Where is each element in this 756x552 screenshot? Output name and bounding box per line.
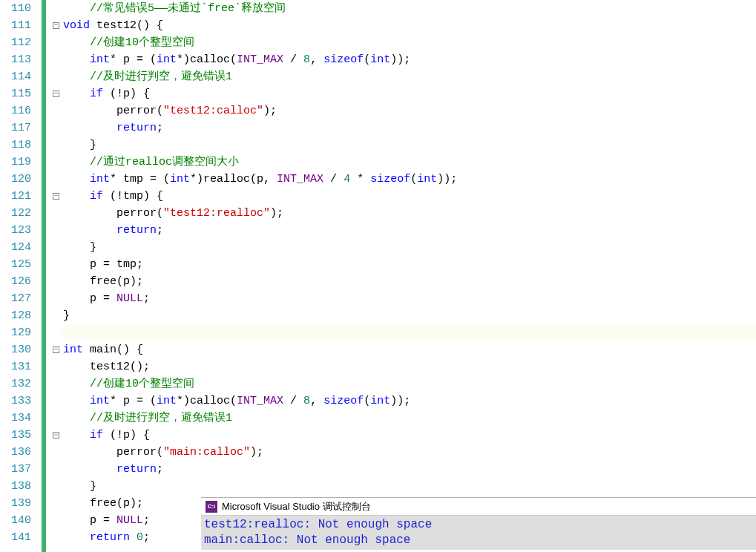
code-line[interactable]: perror("test12:realloc"); <box>62 205 756 222</box>
code-line[interactable]: } <box>62 137 756 154</box>
token-num: 4 <box>344 173 350 185</box>
token-kw: return <box>116 122 157 134</box>
line-number: 118 <box>0 137 31 154</box>
code-area[interactable]: //常见错误5——未通过`free`释放空间void test12() { //… <box>62 0 756 552</box>
code-line[interactable]: return; <box>62 222 756 239</box>
code-line[interactable]: return; <box>62 119 756 137</box>
token-p: ( <box>410 173 417 185</box>
code-line[interactable]: int* p = (int*)calloc(INT_MAX / 8, sizeo… <box>62 51 756 68</box>
code-line[interactable] <box>62 324 756 341</box>
token-kw: sizeof <box>323 53 364 66</box>
code-line[interactable]: //创建10个整型空间 <box>62 34 756 51</box>
token-p: p = tmp; <box>63 258 143 271</box>
token-p <box>63 53 90 66</box>
code-line[interactable]: } <box>62 478 756 495</box>
token-p: test12(); <box>63 361 150 373</box>
spacer-bar <box>46 0 51 552</box>
token-cmt: //及时进行判空，避免错误1 <box>90 70 232 83</box>
fold-toggle-icon[interactable]: − <box>53 346 59 353</box>
line-number: 120 <box>0 171 31 188</box>
token-p <box>130 531 137 544</box>
code-line[interactable]: if (!tmp) { <box>62 188 756 205</box>
token-cmt: //及时进行判空，避免错误1 <box>90 412 232 424</box>
token-p <box>63 429 90 441</box>
token-const: NULL <box>116 514 143 527</box>
code-line[interactable]: //通过realloc调整空间大小 <box>62 154 756 171</box>
line-number: 139 <box>0 495 31 512</box>
token-p <box>63 88 90 100</box>
code-line[interactable]: int* p = (int*)calloc(INT_MAX / 8, sizeo… <box>62 392 756 410</box>
code-line[interactable]: if (!p) { <box>62 85 756 102</box>
token-p: ; <box>143 514 150 527</box>
token-type: int <box>370 395 390 407</box>
code-line[interactable]: p = NULL; <box>62 290 756 307</box>
token-p <box>63 2 90 15</box>
line-number: 116 <box>0 102 31 119</box>
token-p: )); <box>390 53 410 66</box>
code-line[interactable]: //及时进行判空，避免错误1 <box>62 68 756 85</box>
code-line[interactable]: return; <box>62 461 756 478</box>
debug-console-window: C:\ Microsoft Visual Studio 调试控制台 test12… <box>201 497 756 550</box>
token-p: ; <box>157 224 163 237</box>
code-line[interactable]: void test12() { <box>62 17 756 34</box>
code-line[interactable]: perror("main:calloc"); <box>62 444 756 461</box>
line-number: 132 <box>0 375 31 392</box>
fold-toggle-icon[interactable]: − <box>53 22 59 29</box>
fold-toggle-icon[interactable]: − <box>53 91 59 97</box>
token-str: "test12:calloc" <box>163 105 263 117</box>
fold-toggle-icon[interactable]: − <box>53 432 59 438</box>
token-type: int <box>417 173 437 185</box>
token-p: *)realloc(p, <box>190 173 277 185</box>
token-p: () { <box>116 344 143 356</box>
code-line[interactable]: //常见错误5——未通过`free`释放空间 <box>62 0 756 17</box>
token-fn: test12 <box>90 19 137 32</box>
token-p: / <box>283 53 303 66</box>
token-cmt: //创建10个整型空间 <box>90 378 194 390</box>
code-line[interactable]: int* tmp = (int*)realloc(p, INT_MAX / 4 … <box>62 171 756 188</box>
line-number: 115 <box>0 85 31 102</box>
token-p <box>63 224 116 237</box>
code-line[interactable]: int main() { <box>62 341 756 358</box>
code-line[interactable]: p = tmp; <box>62 256 756 273</box>
line-number: 131 <box>0 358 31 375</box>
token-str: "test12:realloc" <box>163 207 270 220</box>
code-line[interactable]: } <box>62 307 756 324</box>
line-number: 133 <box>0 392 31 410</box>
code-line[interactable]: if (!p) { <box>62 427 756 444</box>
code-line[interactable]: perror("test12:calloc"); <box>62 102 756 119</box>
token-p <box>63 395 90 407</box>
code-line[interactable]: //创建10个整型空间 <box>62 375 756 392</box>
code-line[interactable]: } <box>62 239 756 256</box>
token-p: (!tmp) { <box>103 190 163 203</box>
line-number: 114 <box>0 68 31 85</box>
token-p: () { <box>137 19 163 32</box>
line-number: 137 <box>0 461 31 478</box>
code-line[interactable]: test12(); <box>62 358 756 375</box>
fold-column: −−−−− <box>51 0 62 552</box>
token-kw: if <box>90 88 103 100</box>
token-kw: void <box>63 19 90 32</box>
token-p: (!p) { <box>103 429 150 441</box>
token-type: int <box>90 53 110 66</box>
console-title-text: Microsoft Visual Studio 调试控制台 <box>222 498 371 515</box>
token-p: } <box>63 139 96 151</box>
token-type: int <box>157 395 177 407</box>
fold-toggle-icon[interactable]: − <box>53 193 59 200</box>
code-line[interactable]: //及时进行判空，避免错误1 <box>62 410 756 427</box>
line-number-gutter: 1101111121131141151161171181191201211221… <box>0 0 42 552</box>
code-line[interactable]: free(p); <box>62 273 756 290</box>
token-p: } <box>63 309 70 322</box>
token-p: ; <box>143 292 150 305</box>
vs-icon: C:\ <box>206 501 217 513</box>
token-num: 8 <box>303 395 310 407</box>
token-p <box>63 531 90 544</box>
token-p: p = <box>63 292 116 305</box>
line-number: 128 <box>0 307 31 324</box>
token-type: int <box>157 53 177 66</box>
token-p: perror( <box>63 207 163 220</box>
token-p: ); <box>270 207 283 220</box>
console-titlebar[interactable]: C:\ Microsoft Visual Studio 调试控制台 <box>201 498 756 516</box>
token-p: ); <box>263 105 277 117</box>
console-output: test12:realloc: Not enough space main:ca… <box>201 516 756 550</box>
token-p: *)calloc( <box>177 53 237 66</box>
